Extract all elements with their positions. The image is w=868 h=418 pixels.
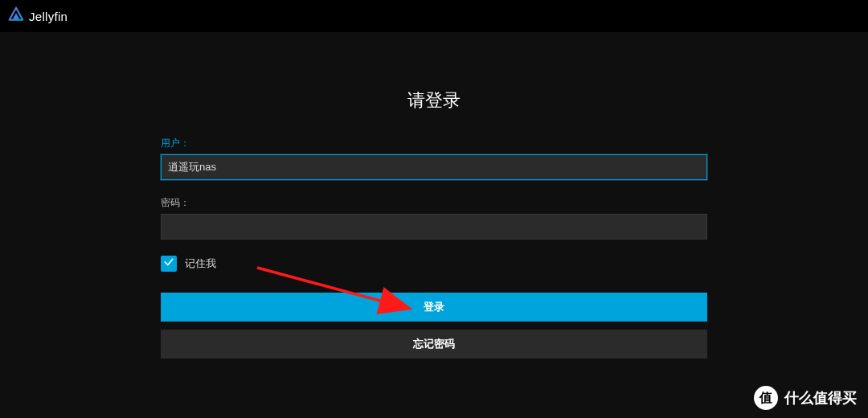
password-input[interactable] [161, 214, 707, 240]
remember-label: 记住我 [185, 256, 216, 271]
page-title: 请登录 [407, 88, 461, 113]
brand-text: Jellyfin [29, 10, 68, 23]
username-input[interactable] [161, 154, 707, 180]
topbar: Jellyfin [0, 0, 868, 32]
forgot-password-button[interactable]: 忘记密码 [161, 330, 707, 359]
watermark-text: 什么值得买 [784, 388, 857, 408]
watermark: 值 什么值得买 [754, 386, 857, 410]
password-label: 密码： [161, 196, 707, 210]
username-label: 用户： [161, 137, 707, 150]
login-button[interactable]: 登录 [161, 293, 707, 322]
login-form: 用户： 密码： 记住我 登录 忘记密码 [161, 137, 707, 367]
jellyfin-logo-icon [8, 6, 24, 26]
username-group: 用户： [161, 137, 707, 180]
brand: Jellyfin [8, 6, 68, 26]
password-group: 密码： [161, 196, 707, 240]
watermark-badge: 值 [754, 386, 778, 410]
remember-checkbox[interactable] [161, 256, 177, 272]
main: 请登录 用户： 密码： 记住我 登录 忘记密码 [0, 32, 868, 418]
check-icon [163, 256, 174, 271]
remember-row: 记住我 [161, 256, 707, 272]
